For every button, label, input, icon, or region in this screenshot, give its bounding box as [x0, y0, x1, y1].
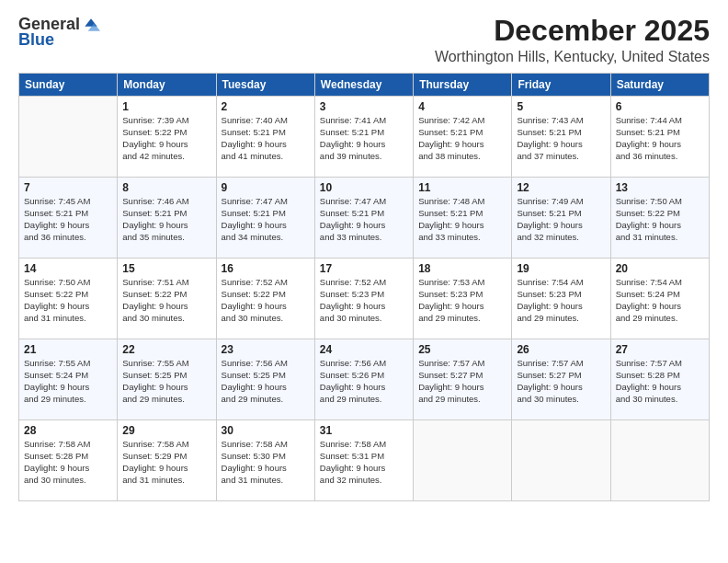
calendar-cell: 31Sunrise: 7:58 AM Sunset: 5:31 PM Dayli… — [314, 420, 413, 501]
day-info: Sunrise: 7:56 AM Sunset: 5:25 PM Dayligh… — [222, 358, 310, 405]
day-number: 2 — [222, 100, 310, 113]
calendar-cell: 23Sunrise: 7:56 AM Sunset: 5:25 PM Dayli… — [216, 339, 314, 420]
calendar-week-row: 1Sunrise: 7:39 AM Sunset: 5:22 PM Daylig… — [19, 97, 710, 178]
day-info: Sunrise: 7:54 AM Sunset: 5:23 PM Dayligh… — [517, 277, 605, 324]
calendar-cell: 3Sunrise: 7:41 AM Sunset: 5:21 PM Daylig… — [314, 97, 413, 178]
day-number: 8 — [122, 181, 210, 194]
day-info: Sunrise: 7:42 AM Sunset: 5:21 PM Dayligh… — [418, 115, 506, 162]
day-number: 21 — [24, 343, 112, 356]
calendar-cell: 27Sunrise: 7:57 AM Sunset: 5:28 PM Dayli… — [610, 339, 709, 420]
day-info: Sunrise: 7:45 AM Sunset: 5:21 PM Dayligh… — [24, 196, 112, 243]
day-number: 18 — [418, 262, 506, 275]
day-info: Sunrise: 7:55 AM Sunset: 5:25 PM Dayligh… — [122, 358, 210, 405]
calendar-cell: 5Sunrise: 7:43 AM Sunset: 5:21 PM Daylig… — [512, 97, 610, 178]
calendar-cell — [414, 420, 512, 501]
calendar-cell — [512, 420, 610, 501]
day-number: 14 — [24, 262, 112, 275]
day-info: Sunrise: 7:58 AM Sunset: 5:29 PM Dayligh… — [122, 439, 210, 486]
weekday-header: Sunday — [19, 74, 118, 97]
calendar-cell: 2Sunrise: 7:40 AM Sunset: 5:21 PM Daylig… — [216, 97, 314, 178]
calendar-cell: 16Sunrise: 7:52 AM Sunset: 5:22 PM Dayli… — [216, 259, 314, 339]
day-number: 3 — [320, 100, 408, 113]
day-number: 15 — [122, 262, 210, 275]
weekday-header: Friday — [512, 74, 610, 97]
calendar-cell: 28Sunrise: 7:58 AM Sunset: 5:28 PM Dayli… — [19, 420, 118, 501]
day-info: Sunrise: 7:47 AM Sunset: 5:21 PM Dayligh… — [320, 196, 408, 243]
day-info: Sunrise: 7:58 AM Sunset: 5:30 PM Dayligh… — [222, 439, 310, 486]
day-number: 26 — [517, 343, 605, 356]
month-title: December 2025 — [435, 15, 710, 47]
calendar-cell: 1Sunrise: 7:39 AM Sunset: 5:22 PM Daylig… — [118, 97, 216, 178]
day-info: Sunrise: 7:50 AM Sunset: 5:22 PM Dayligh… — [616, 196, 704, 243]
calendar-cell: 30Sunrise: 7:58 AM Sunset: 5:30 PM Dayli… — [216, 420, 314, 501]
day-number: 31 — [320, 424, 408, 437]
day-number: 12 — [517, 181, 605, 194]
day-number: 10 — [320, 181, 408, 194]
day-number: 30 — [222, 424, 310, 437]
calendar-cell: 7Sunrise: 7:45 AM Sunset: 5:21 PM Daylig… — [19, 178, 118, 259]
day-number: 22 — [122, 343, 210, 356]
day-number: 1 — [122, 100, 210, 113]
logo-blue: Blue — [18, 30, 54, 50]
day-number: 13 — [616, 181, 704, 194]
day-number: 6 — [616, 100, 704, 113]
day-number: 4 — [418, 100, 506, 113]
calendar-week-row: 28Sunrise: 7:58 AM Sunset: 5:28 PM Dayli… — [19, 420, 710, 501]
day-number: 16 — [222, 262, 310, 275]
day-info: Sunrise: 7:52 AM Sunset: 5:23 PM Dayligh… — [320, 277, 408, 324]
logo: General Blue — [18, 15, 100, 50]
day-info: Sunrise: 7:50 AM Sunset: 5:22 PM Dayligh… — [24, 277, 112, 324]
calendar-cell: 6Sunrise: 7:44 AM Sunset: 5:21 PM Daylig… — [610, 97, 709, 178]
day-info: Sunrise: 7:57 AM Sunset: 5:27 PM Dayligh… — [517, 358, 605, 405]
calendar-cell: 15Sunrise: 7:51 AM Sunset: 5:22 PM Dayli… — [118, 259, 216, 339]
day-number: 17 — [320, 262, 408, 275]
day-number: 19 — [517, 262, 605, 275]
calendar-cell: 13Sunrise: 7:50 AM Sunset: 5:22 PM Dayli… — [610, 178, 709, 259]
day-info: Sunrise: 7:57 AM Sunset: 5:28 PM Dayligh… — [616, 358, 704, 405]
calendar-cell: 19Sunrise: 7:54 AM Sunset: 5:23 PM Dayli… — [512, 259, 610, 339]
calendar-cell: 25Sunrise: 7:57 AM Sunset: 5:27 PM Dayli… — [414, 339, 512, 420]
weekday-header: Wednesday — [314, 74, 413, 97]
day-info: Sunrise: 7:43 AM Sunset: 5:21 PM Dayligh… — [517, 115, 605, 162]
calendar-week-row: 21Sunrise: 7:55 AM Sunset: 5:24 PM Dayli… — [19, 339, 710, 420]
calendar-cell: 18Sunrise: 7:53 AM Sunset: 5:23 PM Dayli… — [414, 259, 512, 339]
calendar-cell: 17Sunrise: 7:52 AM Sunset: 5:23 PM Dayli… — [314, 259, 413, 339]
weekday-header: Tuesday — [216, 74, 314, 97]
day-info: Sunrise: 7:39 AM Sunset: 5:22 PM Dayligh… — [122, 115, 210, 162]
calendar-cell: 8Sunrise: 7:46 AM Sunset: 5:21 PM Daylig… — [118, 178, 216, 259]
day-number: 23 — [222, 343, 310, 356]
weekday-header: Thursday — [414, 74, 512, 97]
day-info: Sunrise: 7:47 AM Sunset: 5:21 PM Dayligh… — [222, 196, 310, 243]
day-number: 29 — [122, 424, 210, 437]
calendar-week-row: 14Sunrise: 7:50 AM Sunset: 5:22 PM Dayli… — [19, 259, 710, 339]
day-number: 25 — [418, 343, 506, 356]
day-number: 28 — [24, 424, 112, 437]
day-info: Sunrise: 7:53 AM Sunset: 5:23 PM Dayligh… — [418, 277, 506, 324]
weekday-header: Saturday — [610, 74, 709, 97]
calendar-cell: 29Sunrise: 7:58 AM Sunset: 5:29 PM Dayli… — [118, 420, 216, 501]
calendar-cell — [610, 420, 709, 501]
page-header: General Blue December 2025 Worthington H… — [18, 15, 710, 65]
calendar-cell: 12Sunrise: 7:49 AM Sunset: 5:21 PM Dayli… — [512, 178, 610, 259]
calendar-cell: 9Sunrise: 7:47 AM Sunset: 5:21 PM Daylig… — [216, 178, 314, 259]
calendar-cell: 21Sunrise: 7:55 AM Sunset: 5:24 PM Dayli… — [19, 339, 118, 420]
day-info: Sunrise: 7:44 AM Sunset: 5:21 PM Dayligh… — [616, 115, 704, 162]
calendar-cell: 11Sunrise: 7:48 AM Sunset: 5:21 PM Dayli… — [414, 178, 512, 259]
day-info: Sunrise: 7:55 AM Sunset: 5:24 PM Dayligh… — [24, 358, 112, 405]
title-block: December 2025 Worthington Hills, Kentuck… — [435, 15, 710, 65]
day-number: 7 — [24, 181, 112, 194]
calendar-cell: 26Sunrise: 7:57 AM Sunset: 5:27 PM Dayli… — [512, 339, 610, 420]
location-title: Worthington Hills, Kentucky, United Stat… — [435, 49, 710, 65]
calendar-cell — [19, 97, 118, 178]
day-number: 9 — [222, 181, 310, 194]
day-info: Sunrise: 7:46 AM Sunset: 5:21 PM Dayligh… — [122, 196, 210, 243]
calendar-cell: 10Sunrise: 7:47 AM Sunset: 5:21 PM Dayli… — [314, 178, 413, 259]
calendar-cell: 24Sunrise: 7:56 AM Sunset: 5:26 PM Dayli… — [314, 339, 413, 420]
day-info: Sunrise: 7:57 AM Sunset: 5:27 PM Dayligh… — [418, 358, 506, 405]
calendar-week-row: 7Sunrise: 7:45 AM Sunset: 5:21 PM Daylig… — [19, 178, 710, 259]
calendar-page: General Blue December 2025 Worthington H… — [0, 0, 728, 563]
day-number: 27 — [616, 343, 704, 356]
calendar-cell: 4Sunrise: 7:42 AM Sunset: 5:21 PM Daylig… — [414, 97, 512, 178]
day-info: Sunrise: 7:56 AM Sunset: 5:26 PM Dayligh… — [320, 358, 408, 405]
calendar-cell: 22Sunrise: 7:55 AM Sunset: 5:25 PM Dayli… — [118, 339, 216, 420]
